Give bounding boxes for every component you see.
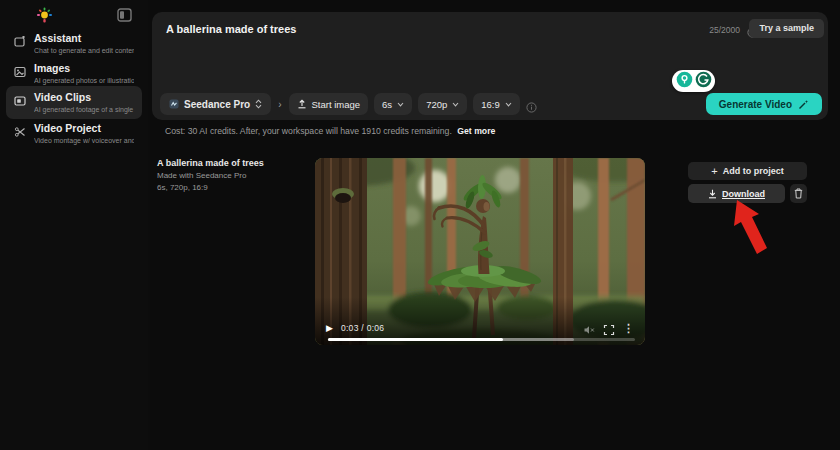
aspect-ratio-select[interactable]: 16:9 — [473, 93, 520, 115]
generate-video-label: Generate Video — [719, 99, 792, 110]
sidebar-header — [0, 0, 148, 30]
resolution-value: 720p — [426, 99, 447, 110]
chevron-down-icon — [397, 102, 404, 107]
start-image-label: Start image — [312, 99, 361, 110]
prompt-input[interactable]: A ballerina made of trees — [166, 23, 658, 35]
green-pin-extension-icon[interactable] — [676, 71, 693, 92]
sidebar-item-description: AI generated footage of a single scene — [34, 105, 134, 114]
trash-icon — [794, 188, 803, 199]
start-image-button[interactable]: Start image — [289, 93, 369, 115]
sidebar-item-label: Video Project — [34, 122, 134, 134]
generate-video-button[interactable]: Generate Video — [706, 93, 822, 115]
char-counter: 25/2000 — [709, 25, 740, 35]
browser-extension-overlay — [672, 70, 715, 92]
result-actions: + Add to project Download — [688, 162, 807, 203]
app-window: Assistant Chat to generate and edit cont… — [0, 0, 840, 450]
get-more-link[interactable]: Get more — [457, 126, 495, 136]
chevron-down-icon — [452, 102, 459, 107]
video-player[interactable]: ▶ 0:03 / 0:06 ⋮ — [315, 158, 645, 345]
progress-fill — [328, 338, 503, 341]
play-button[interactable]: ▶ — [326, 320, 333, 336]
sidebar-item-description: Video montage w/ voiceover and b-roll — [34, 136, 134, 145]
result-metadata: A ballerina made of trees Made with Seed… — [157, 158, 307, 193]
sidebar-item-video-project[interactable]: Video Project Video montage w/ voiceover… — [6, 117, 142, 150]
resolution-select[interactable]: 720p — [418, 93, 467, 115]
result-specs-line: 6s, 720p, 16:9 — [157, 183, 307, 193]
sidebar: Assistant Chat to generate and edit cont… — [0, 0, 148, 450]
chevron-right-icon: › — [277, 99, 282, 110]
magic-wand-icon — [798, 99, 809, 110]
fullscreen-icon[interactable] — [603, 322, 615, 334]
video-clip-icon — [14, 93, 26, 105]
result-model-line: Made with Seedance Pro — [157, 171, 307, 181]
duration-value: 6s — [382, 99, 392, 110]
cost-line: Cost: 30 AI credits. After, your workspa… — [165, 126, 495, 136]
delete-button[interactable] — [790, 184, 807, 203]
download-button[interactable]: Download — [688, 184, 785, 203]
model-select-label: Seedance Pro — [184, 99, 250, 110]
aspect-ratio-value: 16:9 — [481, 99, 500, 110]
sidebar-item-description: AI generated photos or illustrations — [34, 76, 134, 85]
download-label: Download — [722, 189, 765, 199]
settings-info-icon[interactable] — [526, 99, 537, 110]
image-icon — [14, 64, 26, 76]
green-circle-extension-icon[interactable] — [695, 71, 712, 92]
player-controls: ▶ 0:03 / 0:06 ⋮ — [315, 320, 645, 336]
upload-icon — [297, 99, 307, 109]
try-sample-button[interactable]: Try a sample — [749, 19, 824, 38]
composer-toolbar: Seedance Pro › Start image 6s 720p 16:9 — [160, 93, 537, 115]
download-icon — [708, 189, 717, 199]
annotation-arrow — [724, 196, 772, 258]
time-display: 0:03 / 0:06 — [341, 323, 384, 333]
updown-chevron-icon — [255, 99, 262, 109]
cost-text: Cost: 30 AI credits. After, your workspa… — [165, 126, 452, 136]
model-select[interactable]: Seedance Pro — [160, 93, 271, 115]
app-logo-icon[interactable] — [36, 7, 53, 24]
prompt-composer-panel: A ballerina made of trees 25/2000 Try a … — [152, 12, 828, 120]
scissors-icon — [14, 124, 26, 136]
sidebar-item-label: Video Clips — [34, 91, 134, 103]
add-to-project-button[interactable]: + Add to project — [688, 162, 807, 180]
duration-select[interactable]: 6s — [374, 93, 412, 115]
add-to-project-label: Add to project — [723, 166, 784, 176]
sidebar-item-assistant[interactable]: Assistant Chat to generate and edit cont… — [6, 27, 142, 60]
more-options-icon[interactable]: ⋮ — [623, 322, 634, 334]
sidebar-collapse-icon[interactable] — [117, 8, 132, 22]
chevron-down-icon — [505, 102, 512, 107]
sidebar-item-video-clips[interactable]: Video Clips AI generated footage of a si… — [6, 86, 142, 119]
progress-bar[interactable] — [328, 338, 635, 341]
plus-icon: + — [711, 166, 717, 176]
volume-muted-icon[interactable] — [583, 322, 595, 334]
model-logo-icon — [169, 99, 179, 109]
sidebar-item-label: Assistant — [34, 32, 134, 44]
result-title: A ballerina made of trees — [157, 158, 307, 169]
sidebar-item-description: Chat to generate and edit content — [34, 46, 134, 55]
chat-compose-icon — [14, 34, 26, 46]
sidebar-item-label: Images — [34, 62, 134, 74]
